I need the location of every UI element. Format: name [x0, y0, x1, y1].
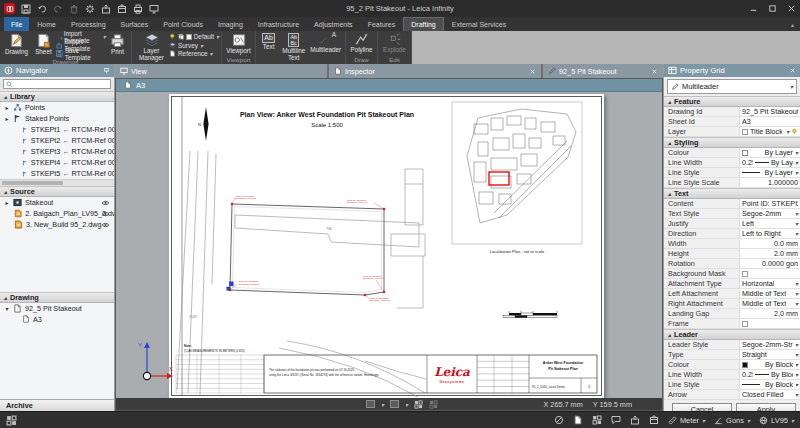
save-template-button[interactable]: Save Template	[56, 50, 106, 58]
tab-drafting[interactable]: Drafting	[403, 17, 444, 31]
layer-checkbox[interactable]	[742, 129, 748, 135]
tree-item-drawing-root[interactable]: 92_5 Pit Stakeout	[0, 303, 114, 314]
archive-box-icon[interactable]	[117, 4, 127, 14]
property-row-leader-line-style[interactable]: Line StyleBy Block	[664, 380, 800, 390]
layer-manager-button[interactable]: Layer Manager	[134, 32, 169, 63]
tree-item-sheet-a3[interactable]: A3	[0, 314, 114, 325]
printer-icon[interactable]	[133, 4, 143, 14]
section-styling[interactable]: Styling	[664, 137, 800, 148]
report-page-icon[interactable]	[573, 415, 583, 425]
chevron-down-icon[interactable]	[795, 158, 798, 167]
redo-icon[interactable]	[53, 4, 63, 14]
drawing-canvas[interactable]: N Plan View: Anker West Foundation Pit S…	[116, 92, 662, 398]
snap-toggle-icon[interactable]	[429, 400, 438, 409]
grid-toggle-icon[interactable]	[414, 400, 423, 409]
chevron-down-icon[interactable]	[795, 229, 798, 238]
default-layer-select[interactable]: Default	[169, 33, 219, 41]
layout-grid-icon[interactable]	[6, 415, 17, 426]
tab-imaging[interactable]: Imaging	[211, 17, 250, 31]
property-row[interactable]: Attachment TypeHorizontal	[664, 279, 800, 289]
tree-item-newbuild-dwg[interactable]: 3. New_Build 95_2.dwg	[0, 219, 114, 230]
drawing-button[interactable]: Drawing	[2, 32, 31, 57]
tab-point-clouds[interactable]: Point Clouds	[156, 17, 210, 31]
property-grid-header[interactable]: Property Grid	[664, 64, 800, 77]
print-button[interactable]: Print	[106, 32, 129, 57]
entity-type-select[interactable]: Multileader	[667, 79, 797, 94]
checkbox[interactable]	[742, 271, 748, 277]
explode-button[interactable]: Explode	[380, 32, 409, 55]
property-row-line-style[interactable]: Line StyleBy Layer	[664, 168, 800, 178]
chevron-down-icon[interactable]	[795, 299, 798, 308]
tab-file[interactable]: File	[4, 17, 29, 31]
expander-icon[interactable]	[4, 104, 10, 111]
export-icon[interactable]	[630, 415, 640, 425]
chevron-down-icon[interactable]	[795, 209, 798, 218]
tree-item-stakeout[interactable]: Stakeout	[0, 197, 114, 208]
layout-icon[interactable]	[390, 400, 399, 408]
property-row[interactable]: DirectionLeft to Right	[664, 229, 800, 239]
expander-icon[interactable]	[4, 115, 10, 122]
distance-unit-select[interactable]: Meter	[668, 416, 705, 425]
expander-icon[interactable]	[4, 199, 10, 206]
navigator-search-input[interactable]	[15, 80, 105, 88]
tree-item-points[interactable]: Points	[0, 102, 114, 113]
property-row[interactable]: Height2.0 mm	[664, 249, 800, 259]
tab-adjustments[interactable]: Adjustments	[307, 17, 360, 31]
property-row[interactable]: Left AttachmentMiddle of Text	[664, 289, 800, 299]
property-row[interactable]: Width0.0 mm	[664, 239, 800, 249]
eye-icon[interactable]	[101, 211, 110, 217]
property-row[interactable]: TypeStraight	[664, 350, 800, 360]
chevron-down-icon[interactable]	[795, 219, 798, 228]
tab-surfaces[interactable]: Surfaces	[114, 17, 156, 31]
chevron-down-icon[interactable]	[795, 390, 798, 399]
no-entry-icon[interactable]	[554, 415, 564, 425]
export-icon[interactable]	[101, 4, 111, 14]
tree-item-stkept4[interactable]: STKEPt4 ← RTCM-Ref 0000 (07/10	[0, 157, 114, 168]
section-library[interactable]: Library	[0, 91, 114, 102]
tab-view[interactable]: View	[115, 64, 327, 78]
chevron-down-icon[interactable]	[795, 360, 798, 369]
tree-item-stkept5[interactable]: STKEPt5 ← RTCM-Ref 0000 (07/10	[0, 168, 114, 179]
save-icon[interactable]	[21, 4, 31, 14]
property-row[interactable]: Right AttachmentMiddle of Text	[664, 299, 800, 309]
property-row[interactable]: Sheet IdA3	[664, 117, 800, 127]
section-drawing[interactable]: Drawing	[0, 292, 114, 303]
minimize-button[interactable]	[749, 4, 758, 13]
chevron-down-icon[interactable]	[381, 400, 384, 409]
chevron-down-icon[interactable]	[786, 127, 789, 136]
section-leader[interactable]: Leader	[664, 329, 800, 340]
tab-pit-stakeout[interactable]: 92_5 Pit Stakeout	[543, 64, 663, 78]
property-row-line-width[interactable]: Line Width0.25By Layer	[664, 158, 800, 168]
property-row-background-mask[interactable]: Background Mask	[664, 269, 800, 279]
expander-icon[interactable]	[4, 305, 10, 312]
grid-icon[interactable]	[592, 415, 602, 425]
monitor-icon[interactable]	[149, 4, 159, 14]
scrollbar-thumb[interactable]	[2, 181, 63, 185]
bulb-icon[interactable]	[791, 128, 798, 135]
checkbox[interactable]	[742, 321, 748, 327]
messages-icon[interactable]	[611, 415, 621, 425]
delete-icon[interactable]	[69, 4, 79, 14]
chevron-down-icon[interactable]	[795, 340, 798, 349]
close-icon[interactable]	[651, 68, 658, 75]
layer-checkbox[interactable]	[186, 34, 192, 40]
chevron-down-icon[interactable]	[795, 380, 798, 389]
chevron-down-icon[interactable]	[795, 148, 798, 157]
property-row[interactable]: JustifyLeft	[664, 219, 800, 229]
tree-item-staked-points[interactable]: Staked Points	[0, 113, 114, 124]
tree-item-stkept1[interactable]: STKEPt1 ← RTCM-Ref 0000 (07/10	[0, 124, 114, 135]
tree-item-stkept3[interactable]: STKEPt3 ← RTCM-Ref 0000 (07/10	[0, 146, 114, 157]
close-button[interactable]	[787, 4, 796, 13]
undo-icon[interactable]	[37, 4, 47, 14]
property-row-content[interactable]: ContentPoint ID: STKEPt2\PEleva	[664, 199, 800, 209]
chevron-down-icon[interactable]	[795, 168, 798, 177]
property-row[interactable]: Text StyleSegoe-2mm	[664, 209, 800, 219]
section-feature[interactable]: Feature	[664, 96, 800, 107]
section-archive[interactable]: Archive	[0, 399, 114, 411]
property-row[interactable]: Line Style Scale1.000000	[664, 178, 800, 188]
tab-external-services[interactable]: External Services	[445, 17, 513, 31]
tree-item-stkept2[interactable]: STKEPt2 ← RTCM-Ref 0000 (07/10	[0, 135, 114, 146]
property-row[interactable]: Rotation0.0000 gon	[664, 259, 800, 269]
eye-icon[interactable]	[101, 200, 110, 206]
multiline-text-button[interactable]: Ab BcMultiline Text	[279, 32, 308, 63]
